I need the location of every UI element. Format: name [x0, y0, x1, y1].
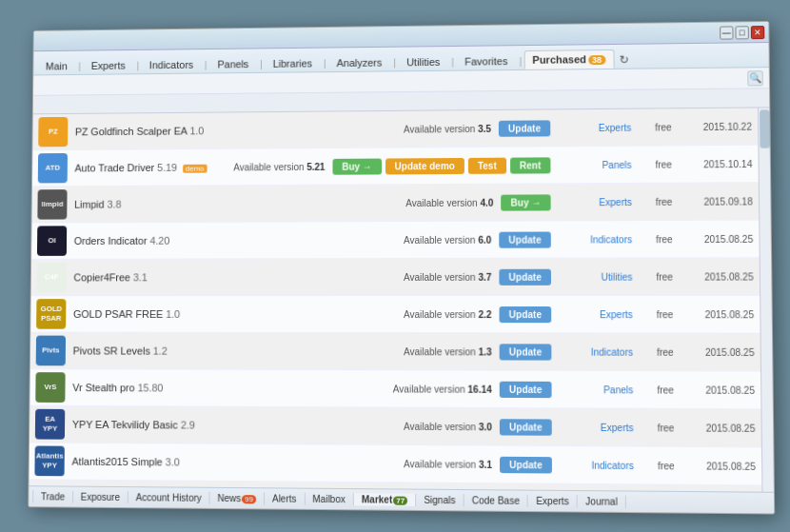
- close-button[interactable]: ✕: [751, 25, 765, 38]
- demo-button[interactable]: Update demo: [385, 157, 464, 173]
- available-version-text: Available version 3.0: [404, 421, 492, 432]
- col-name-header: [39, 98, 709, 105]
- product-price: free: [647, 121, 681, 131]
- product-category[interactable]: Experts: [562, 122, 631, 133]
- table-row: PZPZ Goldfinch Scalper EA 1.0Available v…: [32, 108, 758, 150]
- available-version-text: Available version 2.2: [404, 308, 492, 319]
- bottom-tab-code_base[interactable]: Code Base: [464, 494, 529, 507]
- bottom-tab-market[interactable]: Market77: [354, 493, 416, 506]
- product-date: 2015.08.25: [697, 233, 754, 244]
- search-button[interactable]: 🔍: [747, 69, 763, 85]
- product-info: Vr Stealth pro 15.80: [72, 382, 393, 394]
- product-meta: Indicatorsfree2015.08.25: [559, 233, 753, 245]
- update-button[interactable]: Update: [500, 456, 552, 473]
- available-version-text: Available version 3.5: [404, 123, 491, 134]
- product-date: 2015.08.25: [698, 346, 755, 357]
- product-price: free: [649, 384, 682, 394]
- product-category[interactable]: Indicators: [563, 345, 634, 356]
- product-meta: Panelsfree2015.08.25: [560, 384, 755, 395]
- product-price: free: [648, 308, 681, 319]
- product-date: 2015.08.25: [697, 308, 754, 319]
- product-icon: Pivts: [36, 335, 66, 365]
- product-meta: Panelsfree2015.10.14: [558, 158, 752, 169]
- update-button[interactable]: Update: [500, 418, 552, 435]
- available-version-text: Available version 1.3: [404, 345, 492, 356]
- product-category[interactable]: Indicators: [563, 233, 632, 244]
- product-actions: Available version 2.2Update: [404, 305, 551, 322]
- buy-button[interactable]: Buy →: [501, 193, 550, 209]
- product-meta: Indicatorsfree2015.08.25: [559, 345, 754, 357]
- buy-button[interactable]: Buy →: [332, 158, 381, 174]
- tab-indicators[interactable]: Indicators: [141, 54, 202, 72]
- product-price: free: [648, 271, 681, 282]
- bottom-tab-account_history[interactable]: Account History: [128, 491, 210, 504]
- product-category[interactable]: Indicators: [563, 459, 634, 470]
- tab-analyzers[interactable]: Analyzers: [328, 52, 391, 70]
- product-meta: Expertsfree2015.10.22: [558, 121, 752, 133]
- available-version-text: Available version 3.1: [404, 458, 492, 469]
- update-button[interactable]: Update: [500, 343, 552, 359]
- product-actions: Available version 6.0Update: [404, 231, 551, 247]
- product-category[interactable]: Panels: [563, 159, 632, 169]
- product-date: 2015.08.25: [699, 460, 756, 471]
- tab-main[interactable]: Main: [37, 56, 75, 74]
- product-price: free: [649, 422, 682, 432]
- product-date: 2015.08.25: [698, 422, 755, 433]
- rent-button[interactable]: Rent: [510, 156, 551, 172]
- bottom-tab-trade[interactable]: Trade: [32, 490, 73, 502]
- available-version-text: Available version 4.0: [405, 197, 493, 207]
- product-date: 2015.10.22: [695, 121, 752, 132]
- tab-libraries[interactable]: Libraries: [265, 53, 321, 71]
- tab-purchased[interactable]: Purchased38: [523, 49, 614, 69]
- product-category[interactable]: Experts: [563, 196, 632, 207]
- test-button[interactable]: Test: [468, 157, 506, 173]
- product-icon: VrS: [35, 372, 65, 403]
- table-row: ATDAuto Trade Driver 5.19 demoAvailable …: [32, 145, 759, 187]
- product-info: Orders Indicator 4.20: [74, 234, 404, 246]
- product-name: YPY EA Tekvilidy Basic 2.9: [72, 418, 195, 430]
- update-button[interactable]: Update: [500, 381, 552, 397]
- product-category[interactable]: Utilities: [563, 271, 632, 282]
- product-actions: Available version 1.3Update: [404, 343, 551, 359]
- update-button[interactable]: Update: [499, 119, 550, 135]
- bottom-tab-journal[interactable]: Journal: [578, 495, 626, 508]
- product-info: Copier4Free 3.1: [73, 270, 404, 282]
- product-category[interactable]: Panels: [563, 384, 634, 394]
- product-name: Atlantis2015 Simple 3.0: [71, 455, 179, 467]
- product-icon: C4F: [37, 262, 67, 292]
- bottom-tab-exposure[interactable]: Exposure: [73, 490, 128, 503]
- tab-panels[interactable]: Panels: [209, 54, 258, 72]
- product-price: free: [647, 196, 681, 207]
- product-info: Atlantis2015 Simple 3.0: [71, 455, 404, 469]
- table-row: EAYPYYPY EA Tekvilidy Basic 2.9Available…: [30, 405, 761, 447]
- update-button[interactable]: Update: [500, 305, 552, 322]
- bottom-tab-alerts[interactable]: Alerts: [265, 492, 305, 504]
- product-icon: PZ: [38, 116, 68, 146]
- product-date: 2015.08.25: [697, 270, 754, 281]
- update-button[interactable]: Update: [499, 268, 551, 285]
- bottom-tab-signals[interactable]: Signals: [416, 493, 464, 506]
- tab-experts[interactable]: Experts: [83, 55, 134, 73]
- content-area: PZPZ Goldfinch Scalper EA 1.0Available v…: [29, 108, 773, 491]
- table-row: PivtsPivots SR Levels 1.2Available versi…: [30, 332, 760, 371]
- product-price: free: [649, 460, 682, 471]
- table-row: C4FCopier4Free 3.1Available version 3.7U…: [31, 258, 760, 296]
- product-category[interactable]: Experts: [563, 422, 634, 433]
- maximize-button[interactable]: □: [735, 25, 748, 38]
- bottom-tab-experts[interactable]: Experts: [528, 494, 578, 507]
- bottom-tab-mailbox[interactable]: Mailbox: [305, 492, 353, 505]
- tab-favorites[interactable]: Favorites: [456, 51, 516, 70]
- product-info: YPY EA Tekvilidy Basic 2.9: [72, 418, 404, 431]
- product-icon: AtlantisYPY: [34, 445, 64, 476]
- scrollbar-thumb[interactable]: [759, 109, 769, 148]
- update-button[interactable]: Update: [499, 231, 550, 247]
- tab-utilities[interactable]: Utilities: [398, 51, 448, 69]
- table-row: OIOrders Indicator 4.20Available version…: [31, 220, 760, 259]
- product-category[interactable]: Experts: [563, 308, 632, 319]
- bottom-tab-news[interactable]: News99: [210, 491, 265, 504]
- product-actions: Available version 5.21Buy →Update demoTe…: [233, 156, 550, 174]
- product-date: 2015.08.25: [698, 384, 755, 394]
- minimize-button[interactable]: —: [720, 25, 733, 38]
- product-name: PZ Goldfinch Scalper EA 1.0: [75, 125, 205, 137]
- refresh-icon[interactable]: ↻: [615, 50, 632, 68]
